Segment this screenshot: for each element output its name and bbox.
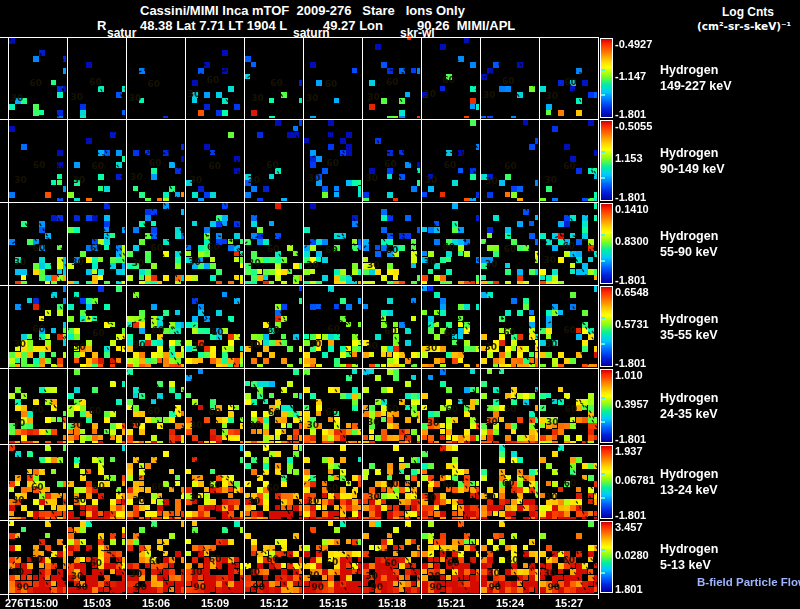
- colorbar-mid-value: 0.3957: [615, 398, 649, 410]
- colorbar-mid-value: 0.5731: [615, 318, 649, 330]
- time-tick-label: 15:27: [555, 597, 583, 609]
- colorbar-mid-value: -1.147: [615, 70, 646, 82]
- energy-range-label: 149-227 keV: [660, 78, 732, 94]
- colorbar-min-value: -1.801: [615, 108, 646, 120]
- colorbar: [600, 445, 613, 519]
- energy-range-label: 90-149 keV: [660, 161, 725, 177]
- colorbar: [600, 369, 613, 443]
- energy-band-label: Hydrogen5-13 keV: [660, 541, 718, 573]
- colorbar-mid-value: 0.8300: [615, 235, 649, 247]
- colorbar-tick: [601, 421, 605, 423]
- species-label: Hydrogen: [660, 466, 718, 482]
- colorbar-min-value: -1.801: [615, 274, 646, 286]
- energy-band-label: Hydrogen55-90 keV: [660, 228, 718, 260]
- inca-spectrogram-display: Cassini/MIMI Inca mTOF 2009-276 Stare Io…: [0, 0, 800, 609]
- colorbar-tick: [601, 151, 605, 153]
- colorbar-mid-value: 0.0280: [615, 549, 649, 561]
- time-tick-label: 15:12: [260, 597, 288, 609]
- colorbar-min-value: -1.801: [615, 357, 646, 369]
- colorbar-max-value: 1.010: [615, 369, 643, 381]
- energy-range-label: 55-90 keV: [660, 244, 718, 260]
- colorbar-tick: [601, 497, 605, 499]
- energy-range-label: 5-13 keV: [660, 557, 718, 573]
- time-tick-label: 15:09: [201, 597, 229, 609]
- time-tick-label: 15:15: [319, 597, 347, 609]
- colorbar-max-value: 0.1410: [615, 203, 649, 215]
- energy-range-label: 13-24 keV: [660, 482, 718, 498]
- energy-band-label: Hydrogen90-149 keV: [660, 145, 725, 177]
- species-label: Hydrogen: [660, 541, 718, 557]
- time-tick-label: 15:24: [496, 597, 524, 609]
- energy-band-label: Hydrogen24-35 keV: [660, 390, 718, 422]
- species-label: Hydrogen: [660, 145, 725, 161]
- colorbar-min-value: -1.801: [615, 509, 646, 521]
- time-tick-label: 276T15:00: [5, 597, 58, 609]
- energy-range-label: 35-55 keV: [660, 327, 718, 343]
- colorbar-max-value: -0.5055: [615, 120, 652, 132]
- colorbar-tick: [601, 69, 605, 71]
- colorbar: [600, 521, 613, 593]
- colorbar-tick: [601, 94, 605, 96]
- colorbar: [600, 38, 613, 118]
- bfield-flow-label: B-field Particle Flow: [697, 576, 800, 588]
- species-label: Hydrogen: [660, 62, 732, 78]
- colorbar-tick: [601, 549, 605, 551]
- colorbar-min-value: -1.801: [615, 191, 646, 203]
- colorbar-max-value: 3.457: [615, 521, 643, 533]
- species-label: Hydrogen: [660, 390, 718, 406]
- time-tick-label: 15:06: [142, 597, 170, 609]
- colorbar-mid-value: 0.06781: [615, 474, 655, 486]
- colorbar-tick: [601, 317, 605, 319]
- energy-range-label: 24-35 keV: [660, 406, 718, 422]
- colorbar-max-value: 1.937: [615, 445, 643, 457]
- species-label: Hydrogen: [660, 228, 718, 244]
- colorbar-tick: [601, 343, 605, 345]
- colorbar-mid-value: 1.153: [615, 152, 643, 164]
- colorbar-tick: [601, 397, 605, 399]
- time-tick-label: 15:21: [437, 597, 465, 609]
- species-label: Hydrogen: [660, 311, 718, 327]
- colorbar-tick: [601, 234, 605, 236]
- colorbar: [600, 203, 613, 284]
- energy-band-label: Hydrogen35-55 keV: [660, 311, 718, 343]
- energy-band-label: Hydrogen149-227 keV: [660, 62, 732, 94]
- colorbar-max-value: 0.6548: [615, 286, 649, 298]
- energy-band-label: Hydrogen13-24 keV: [660, 466, 718, 498]
- colorbar-tick: [601, 260, 605, 262]
- colorbar-max-value: -0.4927: [615, 38, 652, 50]
- colorbar-min-value: -1.801: [615, 433, 646, 445]
- time-tick-label: 15:03: [83, 597, 111, 609]
- colorbar: [600, 120, 613, 201]
- time-tick-label: 15:18: [378, 597, 406, 609]
- colorbar-tick: [601, 572, 605, 574]
- colorbar-min-value: 1.801: [615, 583, 643, 595]
- colorbar-tick: [601, 473, 605, 475]
- colorbar: [600, 286, 613, 367]
- colorbar-tick: [601, 177, 605, 179]
